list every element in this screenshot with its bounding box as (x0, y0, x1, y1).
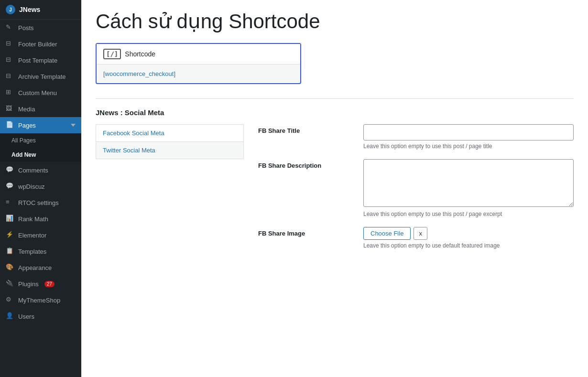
sidebar-item-templates[interactable]: 📋 Templates (0, 243, 81, 259)
fb-title-label: FB Share Title (258, 124, 354, 134)
field-row-fb-image: FB Share Image Choose File x Leave this … (258, 227, 574, 249)
sidebar-item-all-pages[interactable]: All Pages (0, 133, 81, 148)
pages-submenu: All Pages Add New (0, 133, 81, 162)
field-row-fb-title: FB Share Title Leave this option empty t… (258, 124, 574, 150)
meta-content: FB Share Title Leave this option empty t… (244, 124, 574, 259)
sidebar-item-comments[interactable]: 💬 Comments (0, 162, 81, 178)
fb-description-input-area: Leave this option empty to use this post… (363, 159, 574, 217)
shortcode-value: [woocommerce_checkout] (103, 70, 175, 77)
tab-twitter-label: Twitter Social Meta (103, 147, 155, 154)
sidebar-item-wpdiscuz[interactable]: 💬 wpDiscuz (0, 178, 81, 194)
media-icon: 🖼 (6, 105, 14, 113)
sidebar-item-plugins[interactable]: 🔌 Plugins 27 (0, 276, 81, 292)
sidebar-item-label: Pages (18, 122, 36, 129)
sidebar-item-label: Media (18, 106, 35, 113)
post-template-icon: ⊟ (6, 56, 14, 65)
sidebar-item-posts[interactable]: ✎ Posts (0, 20, 81, 36)
archive-template-icon: ⊟ (6, 72, 14, 81)
rtoc-icon: ≡ (6, 198, 14, 207)
social-meta-section: JNews : Social Meta Facebook Social Meta… (96, 108, 574, 259)
shortcode-body: [woocommerce_checkout] (97, 65, 300, 83)
sidebar-item-label: Post Template (18, 57, 57, 64)
sidebar-item-label: Elementor (18, 232, 46, 239)
social-meta-title: JNews : Social Meta (96, 108, 574, 117)
sidebar-item-rankmath[interactable]: 📊 Rank Math (0, 211, 81, 227)
sidebar-item-label: Posts (18, 24, 34, 32)
sidebar-item-label: Rank Math (18, 215, 48, 223)
users-icon: 👤 (6, 312, 14, 321)
shortcode-label: Shortcode (125, 50, 155, 58)
appearance-icon: 🎨 (6, 263, 14, 272)
sidebar-item-label: Users (18, 313, 34, 320)
pages-icon: 📄 (6, 121, 14, 129)
clear-file-button[interactable]: x (414, 227, 427, 240)
fb-description-label: FB Share Description (258, 159, 354, 169)
sidebar-item-label: Custom Menu (18, 89, 57, 97)
sidebar-item-add-new[interactable]: Add New (0, 148, 81, 162)
sidebar-item-footer-builder[interactable]: ⊟ Footer Builder (0, 36, 81, 52)
sidebar-item-post-template[interactable]: ⊟ Post Template (0, 52, 81, 68)
shortcode-block: [/] Shortcode [woocommerce_checkout] (96, 43, 301, 84)
fb-image-hint: Leave this option empty to use default f… (363, 242, 574, 249)
fb-image-input-area: Choose File x Leave this option empty to… (363, 227, 574, 249)
fb-title-input[interactable] (363, 124, 574, 140)
sidebar-item-rtoc[interactable]: ≡ RTOC settings (0, 194, 81, 211)
sidebar-item-label: Plugins (18, 280, 39, 288)
sidebar-item-elementor[interactable]: ⚡ Elementor (0, 227, 81, 243)
fb-description-textarea[interactable] (363, 159, 574, 207)
tab-facebook-label: Facebook Social Meta (103, 129, 164, 137)
file-row: Choose File x (363, 227, 574, 240)
fb-title-hint: Leave this option empty to use this post… (363, 143, 574, 150)
tab-facebook[interactable]: Facebook Social Meta (96, 124, 244, 141)
logo-icon: J (6, 5, 15, 14)
field-row-fb-description: FB Share Description Leave this option e… (258, 159, 574, 217)
sidebar-item-label: Appearance (18, 264, 52, 271)
plugins-icon: 🔌 (6, 280, 14, 288)
choose-file-button[interactable]: Choose File (363, 227, 411, 240)
custom-menu-icon: ⊞ (6, 88, 14, 97)
sidebar-item-label: Archive Template (18, 73, 65, 80)
sidebar-logo[interactable]: J JNews (0, 0, 81, 20)
sidebar-item-label: wpDiscuz (18, 183, 45, 190)
pages-arrow-icon (71, 124, 76, 127)
sidebar-item-label: Footer Builder (18, 41, 57, 48)
plugins-badge: 27 (44, 281, 54, 287)
sidebar-item-archive-template[interactable]: ⊟ Archive Template (0, 68, 81, 85)
wpdiscuz-icon: 💬 (6, 182, 14, 191)
tab-twitter[interactable]: Twitter Social Meta (96, 141, 244, 159)
sidebar-logo-label: JNews (19, 6, 40, 13)
footer-builder-icon: ⊟ (6, 40, 14, 48)
rankmath-icon: 📊 (6, 215, 14, 223)
shortcode-icon: [/] (103, 49, 121, 59)
sidebar-item-mythemeshop[interactable]: ⚙ MyThemeShop (0, 292, 81, 308)
sidebar-item-appearance[interactable]: 🎨 Appearance (0, 259, 81, 276)
comments-icon: 💬 (6, 166, 14, 174)
posts-icon: ✎ (6, 23, 14, 32)
meta-layout: Facebook Social Meta Twitter Social Meta… (96, 124, 574, 259)
fb-image-label: FB Share Image (258, 227, 354, 237)
page-title: Cách sử dụng Shortcode (96, 10, 574, 33)
meta-tabs: Facebook Social Meta Twitter Social Meta (96, 124, 244, 259)
all-pages-label: All Pages (11, 137, 36, 144)
main-content: Cách sử dụng Shortcode [/] Shortcode [wo… (81, 0, 588, 377)
mythemeshop-icon: ⚙ (6, 296, 14, 304)
sidebar: J JNews ✎ Posts ⊟ Footer Builder ⊟ Post … (0, 0, 81, 377)
sidebar-item-custom-menu[interactable]: ⊞ Custom Menu (0, 85, 81, 101)
sidebar-item-label: RTOC settings (18, 199, 59, 206)
sidebar-item-label: Comments (18, 167, 48, 174)
divider (96, 98, 574, 99)
sidebar-item-label: MyThemeShop (18, 297, 60, 304)
add-new-label: Add New (11, 151, 36, 158)
sidebar-item-media[interactable]: 🖼 Media (0, 101, 81, 117)
fb-title-input-area: Leave this option empty to use this post… (363, 124, 574, 150)
sidebar-item-pages[interactable]: 📄 Pages (0, 117, 81, 133)
shortcode-header: [/] Shortcode (97, 44, 300, 65)
elementor-icon: ⚡ (6, 231, 14, 239)
templates-icon: 📋 (6, 247, 14, 256)
sidebar-item-users[interactable]: 👤 Users (0, 308, 81, 324)
fb-description-hint: Leave this option empty to use this post… (363, 211, 574, 217)
sidebar-item-label: Templates (18, 248, 46, 255)
